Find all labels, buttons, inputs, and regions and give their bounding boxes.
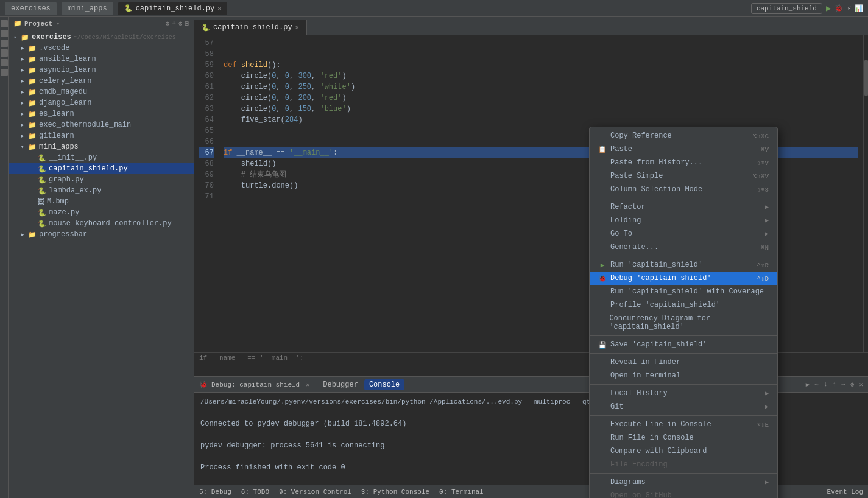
line-num-70: 70	[199, 180, 214, 191]
tree-item-vscode[interactable]: ▶ 📁 .vscode	[9, 43, 194, 54]
project-chevron[interactable]: ▾	[56, 20, 60, 27]
debug-step-into[interactable]: ↓	[824, 381, 828, 388]
debug-resume[interactable]: ▶	[806, 381, 810, 388]
menu-local-history[interactable]: Local History ▶	[590, 387, 777, 400]
tree-item-asyncio[interactable]: ▶ 📁 asyncio_learn	[9, 65, 194, 75]
menu-generate-shortcut: ⌘N	[761, 244, 769, 251]
menu-run-shortcut: ^⇧R	[757, 261, 769, 269]
status-todo[interactable]: 6: TODO	[241, 488, 269, 496]
menu-reveal-finder[interactable]: Reveal in Finder	[590, 356, 777, 369]
tab-capitain-shield[interactable]: 🐍 capitain_shield.py ✕	[118, 2, 228, 15]
left-icon-4[interactable]	[1, 49, 8, 57]
menu-profile[interactable]: Profile 'capitain_shield'	[590, 298, 777, 312]
tree-item-mouse[interactable]: 🐍 mouse_keyboard_controller.py	[9, 218, 194, 229]
debug-tab-debugger[interactable]: Debugger	[318, 379, 363, 390]
menu-concurrency[interactable]: Concurrency Diagram for 'capitain_shield…	[590, 312, 777, 334]
menu-copy-reference[interactable]: Copy Reference ⌥⇧⌘C	[590, 129, 777, 142]
status-vc[interactable]: 9: Version Control	[279, 488, 351, 496]
editor-tab-close[interactable]: ✕	[295, 24, 299, 31]
menu-goto-label: Go To	[610, 230, 632, 238]
gear-icon[interactable]: ⚙	[178, 19, 183, 27]
editor-scrollbar-thumb[interactable]	[864, 60, 868, 96]
tree-item-exec[interactable]: ▶ 📁 exec_othermodule_main	[9, 119, 194, 130]
tree-item-cmdb[interactable]: ▶ 📁 cmdb_magedu	[9, 86, 194, 97]
menu-git[interactable]: Git ▶	[590, 400, 777, 413]
tree-item-graph[interactable]: 🐍 graph.py	[9, 174, 194, 185]
menu-paste-simple[interactable]: Paste Simple ⌥⇧⌘V	[590, 169, 777, 183]
menu-profile-label: Profile 'capitain_shield'	[610, 301, 720, 309]
menu-debug[interactable]: 🐞 Debug 'capitain_shield' ^⇧D	[590, 272, 777, 285]
line-num-62: 62	[199, 93, 214, 103]
tree-item-es[interactable]: ▶ 📁 es_learn	[9, 108, 194, 119]
menu-paste[interactable]: 📋 Paste ⌘V	[590, 142, 777, 156]
code-line-58	[224, 49, 858, 60]
menu-goto[interactable]: Go To ▶	[590, 227, 777, 240]
menu-folding[interactable]: Folding ▶	[590, 214, 777, 227]
status-terminal[interactable]: 0: Terminal	[439, 488, 484, 496]
menu-run-coverage[interactable]: Run 'capitain_shield' with Coverage	[590, 285, 777, 298]
goto-arrow: ▶	[765, 230, 769, 237]
tree-item-init[interactable]: 🐍 __init__.py	[9, 152, 194, 163]
menu-file-encoding[interactable]: File Encoding	[590, 458, 777, 471]
menu-run[interactable]: ▶ Run 'capitain_shield' ^⇧R	[590, 258, 777, 272]
debug-settings[interactable]: ⚙	[850, 381, 855, 388]
left-icon-2[interactable]	[1, 30, 8, 37]
tab-mini-apps[interactable]: mini_apps	[62, 2, 113, 15]
settings-icon[interactable]: ⚙	[166, 19, 170, 27]
menu-generate[interactable]: Generate... ⌘N	[590, 240, 777, 254]
debug-run-cursor[interactable]: →	[841, 381, 845, 388]
editor-tab-capitain[interactable]: 🐍 capitain_shield.py ✕	[194, 20, 307, 35]
menu-local-history-label: Local History	[610, 389, 668, 398]
tree-item-mbmp[interactable]: 🖼 M.bmp	[9, 196, 194, 207]
debug-tab-console[interactable]: Console	[364, 379, 404, 390]
collapse-icon[interactable]: ⊟	[185, 19, 189, 27]
tree-item-lambda[interactable]: 🐍 lambda_ex.py	[9, 185, 194, 196]
tree-item-ansible[interactable]: ▶ 📁 ansible_learn	[9, 54, 194, 65]
editor-tabs: 🐍 capitain_shield.py ✕	[194, 17, 868, 35]
left-icon-3[interactable]	[1, 40, 8, 47]
profile-button[interactable]: 📊	[855, 4, 863, 12]
tree-item-capitain[interactable]: 🐍 capitain_shield.py	[9, 163, 194, 174]
left-icon-1[interactable]	[1, 20, 8, 27]
menu-paste-history[interactable]: Paste from History... ⇧⌘V	[590, 156, 777, 169]
tree-item-maze[interactable]: 🐍 maze.py	[9, 207, 194, 218]
status-debug[interactable]: 5: Debug	[199, 488, 231, 496]
run-button[interactable]: ▶	[826, 3, 831, 13]
debug-close-panel[interactable]: ✕	[859, 381, 863, 388]
menu-column-selection[interactable]: Column Selection Mode ⇧⌘8	[590, 183, 777, 196]
left-icon-5[interactable]	[1, 59, 8, 66]
coverage-button[interactable]: ⚡	[847, 4, 851, 12]
menu-open-github[interactable]: Open on GitHub	[590, 489, 777, 498]
menu-paste-history-shortcut: ⇧⌘V	[757, 159, 769, 167]
menu-open-terminal[interactable]: Open in terminal	[590, 369, 777, 382]
menu-run-file-console[interactable]: Run File in Console	[590, 431, 777, 444]
status-python-console[interactable]: 3: Python Console	[361, 488, 429, 496]
tree-item-mini-apps[interactable]: ▾ 📁 mini_apps	[9, 141, 194, 152]
editor-scrollbar[interactable]	[863, 35, 868, 363]
tree-item-progressbar[interactable]: ▶ 📁 progressbar	[9, 229, 194, 240]
code-line-61: circle(0, 0, 250, 'white')	[224, 82, 858, 93]
refactor-arrow: ▶	[765, 203, 769, 211]
tree-item-gitlearn[interactable]: ▶ 📁 gitlearn	[9, 130, 194, 141]
tab-close-icon[interactable]: ✕	[217, 5, 221, 12]
status-event-log[interactable]: Event Log	[827, 488, 863, 496]
debug-step-out[interactable]: ↑	[833, 381, 837, 388]
tree-root[interactable]: ▾ 📁 exercises ~/Codes/MiracleGit/exercis…	[9, 32, 194, 43]
menu-compare-clipboard[interactable]: Compare with Clipboard	[590, 444, 777, 458]
debug-step-over[interactable]: ↷	[814, 381, 819, 388]
tree-item-celery[interactable]: ▶ 📁 celery_learn	[9, 75, 194, 86]
menu-save[interactable]: 💾 Save 'capitain_shield'	[590, 338, 777, 351]
menu-paste-shortcut: ⌘V	[761, 146, 769, 153]
paste-icon: 📋	[598, 146, 607, 153]
plus-icon[interactable]: +	[172, 19, 176, 27]
tree-root-label: exercises	[32, 33, 71, 41]
debug-button[interactable]: 🐞	[834, 4, 843, 12]
tab-exercises[interactable]: exercises	[5, 2, 57, 15]
tree-item-django[interactable]: ▶ 📁 django_learn	[9, 97, 194, 108]
left-icon-6[interactable]	[1, 69, 8, 76]
debug-close[interactable]: ✕	[306, 381, 309, 388]
menu-refactor[interactable]: Refactor ▶	[590, 200, 777, 214]
menu-diagrams[interactable]: Diagrams ▶	[590, 475, 777, 489]
menu-execute-line[interactable]: Execute Line in Console ⌥⇧E	[590, 418, 777, 431]
line-num-61: 61	[199, 82, 214, 93]
